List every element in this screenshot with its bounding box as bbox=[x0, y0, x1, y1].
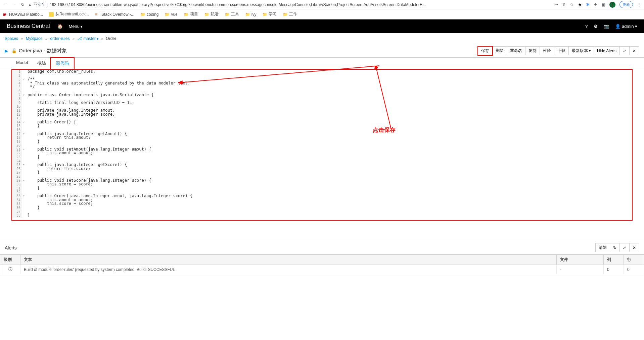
bookmark-label: 工作 bbox=[289, 11, 297, 17]
hide-alerts-button[interactable]: Hide Alerts bbox=[594, 46, 620, 55]
col-column: 列 bbox=[604, 255, 624, 265]
browser-nav-bar: ← → ↻ ▲ 不安全 | 192.168.0.104:8080/busines… bbox=[0, 0, 644, 9]
bookmark-folder[interactable]: 📁学习 bbox=[262, 11, 277, 17]
panel-icon[interactable]: ▣ bbox=[601, 2, 605, 7]
bookmarks-bar: ❀HUAWEI Matebo... 从ReentrantLock... ≡Sta… bbox=[0, 9, 644, 19]
tab-model[interactable]: Model bbox=[11, 58, 33, 69]
chevron-right-icon: » bbox=[101, 36, 103, 41]
star-outline-icon[interactable]: ☆ bbox=[570, 2, 574, 7]
url-text[interactable]: 192.168.0.104:8080/business-central/kie-… bbox=[50, 2, 426, 7]
alerts-table: 级别 文本 文件 列 行 ⓘ Build of module 'order-ru… bbox=[0, 254, 644, 274]
refresh-icon[interactable]: ↻ bbox=[610, 243, 620, 252]
latest-version-dropdown[interactable]: 最新版本 bbox=[568, 46, 594, 55]
delete-button[interactable]: 删除 bbox=[492, 46, 507, 55]
col-file: 文件 bbox=[557, 255, 604, 265]
more-icon[interactable]: ⋮ bbox=[637, 2, 641, 7]
bookmark-item[interactable]: 从ReentrantLock... bbox=[49, 11, 89, 17]
folder-icon: 📁 bbox=[262, 12, 267, 17]
puzzle-icon[interactable]: ✱ bbox=[586, 2, 590, 7]
validate-button[interactable]: 检验 bbox=[540, 46, 554, 55]
bookmark-label: 工具 bbox=[231, 11, 239, 17]
folder-icon: 📁 bbox=[245, 12, 250, 17]
annotation-text: 点击保存 bbox=[373, 126, 396, 134]
menu-dropdown[interactable]: Menu bbox=[69, 24, 82, 29]
table-row[interactable]: ⓘ Build of module 'order-rules' (request… bbox=[0, 265, 644, 274]
brand-title: Business Central bbox=[7, 23, 50, 30]
bookmark-folder[interactable]: 📁ivy bbox=[245, 12, 257, 17]
col-text: 文本 bbox=[20, 255, 557, 265]
bookmark-folder[interactable]: 📁coding bbox=[140, 12, 158, 17]
avatar[interactable]: h bbox=[609, 2, 615, 8]
share-icon[interactable]: ⇪ bbox=[562, 2, 566, 7]
app-header: Business Central 🏠 Menu ? ⚙ 📷 👤 admin ▾ bbox=[0, 19, 644, 33]
close-icon[interactable]: ✕ bbox=[629, 243, 639, 252]
bookmark-item[interactable]: ≡Stack Overflow -... bbox=[95, 12, 134, 17]
bookmark-label: Stack Overflow -... bbox=[101, 12, 134, 17]
folder-icon: 📁 bbox=[140, 12, 145, 17]
expand-right-icon[interactable]: ▶ bbox=[5, 48, 8, 53]
key-icon[interactable]: ⊶ bbox=[554, 2, 558, 7]
lock-icon: 🔓 bbox=[11, 48, 17, 53]
expand-icon[interactable]: ⤢ bbox=[619, 243, 630, 252]
rename-button[interactable]: 重命名 bbox=[507, 46, 525, 55]
bookmark-label: 私活 bbox=[211, 11, 219, 17]
bookmark-item[interactable]: ❀HUAWEI Matebo... bbox=[3, 12, 43, 17]
reload-icon[interactable]: ↻ bbox=[21, 2, 25, 7]
forward-icon[interactable]: → bbox=[12, 2, 16, 7]
chevron-right-icon: » bbox=[72, 36, 75, 41]
breadcrumb-item[interactable]: order-rules bbox=[50, 36, 70, 41]
home-icon[interactable]: 🏠 bbox=[57, 24, 63, 29]
asset-title: Order.java - 数据对象 bbox=[19, 48, 67, 54]
bookmark-folder[interactable]: 📁工作 bbox=[283, 11, 297, 17]
extensions-icon[interactable]: ✦ bbox=[594, 2, 597, 7]
branch-icon: ⎇ bbox=[77, 36, 82, 41]
bookmark-folder[interactable]: 📁工具 bbox=[225, 11, 239, 17]
folder-icon: 📁 bbox=[283, 12, 287, 17]
col-line: 行 bbox=[624, 255, 644, 265]
alerts-title: Alerts bbox=[5, 245, 17, 250]
back-icon[interactable]: ← bbox=[3, 2, 7, 7]
insecure-label: 不安全 bbox=[33, 2, 45, 7]
expand-icon[interactable]: ⤢ bbox=[619, 46, 630, 55]
gear-icon[interactable]: ⚙ bbox=[594, 24, 598, 29]
download-button[interactable]: 下载 bbox=[554, 46, 569, 55]
bookmark-label: 从ReentrantLock... bbox=[55, 11, 89, 17]
chevron-right-icon: » bbox=[45, 36, 48, 41]
alerts-panel: Alerts 清除 ↻ ⤢ ✕ 级别 文本 文件 列 行 ⓘ Build of … bbox=[0, 241, 644, 274]
breadcrumb-item[interactable]: MySpace bbox=[26, 36, 43, 41]
bookmark-folder[interactable]: 📁项目 bbox=[184, 11, 198, 17]
breadcrumb: Spaces » MySpace » order-rules » ⎇ maste… bbox=[0, 33, 644, 44]
camera-icon[interactable]: 📷 bbox=[604, 24, 609, 29]
branch-selector[interactable]: master bbox=[83, 36, 98, 41]
fold-column: ▾▾▾▾▾▾▾▾ bbox=[22, 70, 26, 218]
tab-overview[interactable]: 概述 bbox=[33, 58, 51, 69]
user-menu[interactable]: 👤 admin ▾ bbox=[615, 24, 637, 29]
alert-line: 0 bbox=[624, 265, 644, 274]
bookmark-label: ivy bbox=[251, 12, 257, 17]
update-button[interactable]: 更新 bbox=[619, 1, 633, 8]
chevron-right-icon: » bbox=[21, 36, 23, 41]
editor-tabs: Model 概述 源代码 bbox=[0, 58, 644, 69]
user-label: admin bbox=[622, 24, 634, 29]
folder-icon: 📁 bbox=[165, 12, 169, 17]
page-icon bbox=[49, 12, 54, 17]
source-editor[interactable]: 1234567891011121314151617181920212223242… bbox=[11, 69, 633, 221]
save-button[interactable]: 保存 bbox=[478, 46, 493, 55]
bookmark-label: coding bbox=[147, 12, 158, 17]
close-icon[interactable]: ✕ bbox=[629, 46, 639, 55]
star-fill-icon[interactable]: ★ bbox=[578, 2, 582, 7]
info-icon: ⓘ bbox=[0, 265, 20, 274]
copy-button[interactable]: 复制 bbox=[525, 46, 540, 55]
bookmark-folder[interactable]: 📁vue bbox=[165, 12, 177, 17]
breadcrumb-item[interactable]: Spaces bbox=[5, 36, 18, 41]
gutter: 1234567891011121314151617181920212223242… bbox=[12, 70, 22, 218]
help-icon[interactable]: ? bbox=[585, 24, 588, 29]
clear-button[interactable]: 清除 bbox=[595, 243, 610, 252]
bookmark-folder[interactable]: 📁私活 bbox=[204, 11, 219, 17]
code-content[interactable]: package com.lhb.order_rules;/** * This c… bbox=[26, 70, 632, 218]
asset-header: ▶ 🔓 Order.java - 数据对象 保存 删除 重命名 复制 检验 下载… bbox=[0, 44, 644, 58]
folder-icon: 📁 bbox=[184, 12, 188, 17]
bookmark-label: 学习 bbox=[269, 11, 277, 17]
tab-source[interactable]: 源代码 bbox=[51, 58, 74, 69]
toolbar: 保存 删除 重命名 复制 检验 下载 最新版本 Hide Alerts ⤢ ✕ bbox=[478, 46, 639, 55]
